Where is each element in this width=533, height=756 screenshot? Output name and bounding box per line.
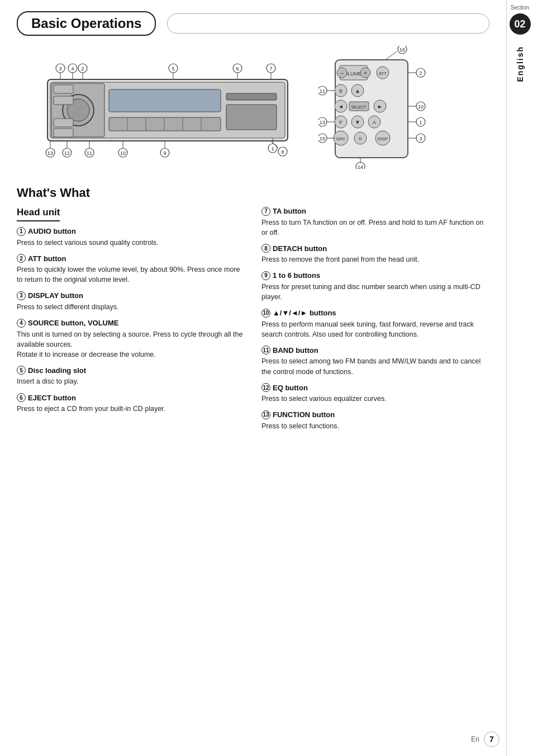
item-title: 10 ▲/▼/◄/► buttons [261, 309, 489, 318]
svg-text:7: 7 [269, 66, 272, 72]
svg-text:8: 8 [281, 149, 284, 155]
list-item: 4 SOURCE button, VOLUME This unit is tur… [17, 319, 245, 360]
svg-rect-3 [109, 89, 221, 112]
item-desc: Press to select various sound quality co… [17, 238, 245, 248]
item-num: 7 [261, 207, 270, 216]
items-right-container: 7 TA button Press to turn TA function on… [261, 207, 489, 431]
item-title-text: SOURCE button, VOLUME [28, 319, 119, 327]
item-title: 9 1 to 6 buttons [261, 271, 489, 281]
item-desc: Press for preset tuning and disc number … [261, 282, 489, 302]
col-right: 7 TA button Press to turn TA function on… [261, 207, 489, 438]
item-title: 2 ATT button [17, 254, 245, 264]
svg-text:6: 6 [236, 66, 239, 72]
svg-text:15: 15 [320, 136, 325, 141]
svg-text:16: 16 [399, 47, 405, 53]
item-num: 10 [261, 309, 270, 318]
item-num: 12 [261, 383, 270, 392]
svg-text:11: 11 [320, 88, 325, 94]
main-content: Basic Operations [0, 0, 506, 449]
item-title: 5 Disc loading slot [17, 366, 245, 376]
list-item: 8 DETACH button Press to remove the fron… [261, 244, 489, 265]
svg-text:4: 4 [71, 66, 74, 72]
list-item: 13 FUNCTION button Press to select funct… [261, 410, 489, 431]
svg-rect-14 [54, 85, 73, 93]
svg-rect-10 [226, 93, 277, 100]
svg-text:►: ► [377, 103, 383, 110]
footer-page-number: 7 [484, 731, 499, 747]
item-title-text: DETACH button [273, 244, 327, 253]
list-item: 7 TA button Press to turn TA function on… [261, 207, 489, 238]
right-sidebar: Section 02 English [506, 0, 533, 756]
page-title: Basic Operations [31, 16, 141, 31]
svg-line-88 [386, 51, 397, 60]
item-num: 2 [17, 254, 26, 263]
item-desc: Press to select various equalizer curves… [261, 394, 489, 404]
remote-diagram: VOLUME – + ATT B ▲ ◄ SELECT [318, 46, 430, 169]
item-desc: Press to eject a CD from your built-in C… [17, 404, 245, 414]
item-desc: Press to perform manual seek tuning, fas… [261, 319, 489, 339]
svg-text:SELECT: SELECT [351, 105, 367, 109]
item-num: 3 [17, 291, 26, 300]
svg-text:F: F [339, 120, 342, 125]
diagram-section: 1 2 3 4 5 6 [17, 46, 489, 169]
svg-text:▼: ▼ [355, 119, 360, 125]
item-desc: Press to select among two FM bands and M… [261, 356, 489, 376]
item-title-text: FUNCTION button [273, 410, 335, 419]
svg-text:1: 1 [271, 146, 274, 152]
col-left: Head unit 1 AUDIO button Press to select… [17, 207, 245, 438]
svg-rect-16 [54, 119, 73, 127]
svg-text:+: + [364, 70, 367, 76]
svg-rect-17 [54, 129, 73, 137]
footer-en-label: En [471, 735, 479, 743]
list-item: 5 Disc loading slot Insert a disc to pla… [17, 366, 245, 387]
item-title-text: DISPLAY button [28, 291, 83, 300]
svg-text:12: 12 [64, 150, 70, 156]
svg-text:2: 2 [81, 66, 84, 72]
section-label: Section [511, 4, 529, 11]
svg-text:11: 11 [87, 150, 92, 156]
item-title-text: TA button [273, 207, 306, 215]
item-title-text: Disc loading slot [28, 366, 86, 375]
item-desc: Press to turn TA function on or off. Pre… [261, 218, 489, 238]
head-unit-diagram: 1 2 3 4 5 6 [17, 46, 307, 169]
list-item: 6 EJECT button Press to eject a CD from … [17, 394, 245, 414]
list-item: 1 AUDIO button Press to select various s… [17, 227, 245, 248]
header-row: Basic Operations [17, 11, 489, 36]
item-title-text: EQ button [273, 384, 308, 392]
svg-text:B: B [339, 88, 342, 94]
head-unit-svg: 1 2 3 4 5 6 [17, 46, 307, 169]
svg-rect-4 [109, 117, 221, 131]
item-title-text: 1 to 6 buttons [273, 271, 320, 280]
svg-text:10: 10 [120, 150, 126, 156]
section-number: 02 [510, 13, 531, 35]
svg-text:3: 3 [419, 136, 422, 141]
item-title: 1 AUDIO button [17, 227, 245, 237]
svg-text:13: 13 [47, 150, 53, 156]
svg-text:14: 14 [358, 164, 363, 169]
item-title: 8 DETACH button [261, 244, 489, 254]
list-item: 2 ATT button Press to quickly lower the … [17, 254, 245, 285]
item-num: 13 [261, 410, 270, 419]
items-left-container: 1 AUDIO button Press to select various s… [17, 227, 245, 414]
whats-what-title: What's What [17, 186, 489, 200]
item-title-text: BAND button [273, 346, 318, 355]
svg-text:A: A [373, 120, 376, 125]
language-label: English [516, 46, 525, 82]
svg-text:10: 10 [418, 104, 423, 110]
list-item: 12 EQ button Press to select various equ… [261, 384, 489, 404]
item-title: 12 EQ button [261, 384, 489, 393]
svg-text:SRC: SRC [336, 136, 346, 141]
footer: En 7 [471, 731, 499, 747]
head-unit-subtitle: Head unit [17, 207, 60, 221]
item-desc: Press to select functions. [261, 421, 489, 431]
list-item: 9 1 to 6 buttons Press for preset tuning… [261, 271, 489, 302]
item-title: 4 SOURCE button, VOLUME [17, 319, 245, 328]
svg-text:1: 1 [419, 120, 422, 125]
item-desc: This unit is turned on by selecting a so… [17, 329, 245, 360]
item-title-text: ATT button [28, 254, 66, 263]
item-num: 8 [261, 244, 270, 253]
list-item: 10 ▲/▼/◄/► buttons Press to perform manu… [261, 309, 489, 339]
item-num: 11 [261, 346, 270, 355]
item-desc: Insert a disc to play. [17, 376, 245, 386]
whats-what-section: What's What Head unit 1 AUDIO button Pre… [17, 186, 489, 438]
